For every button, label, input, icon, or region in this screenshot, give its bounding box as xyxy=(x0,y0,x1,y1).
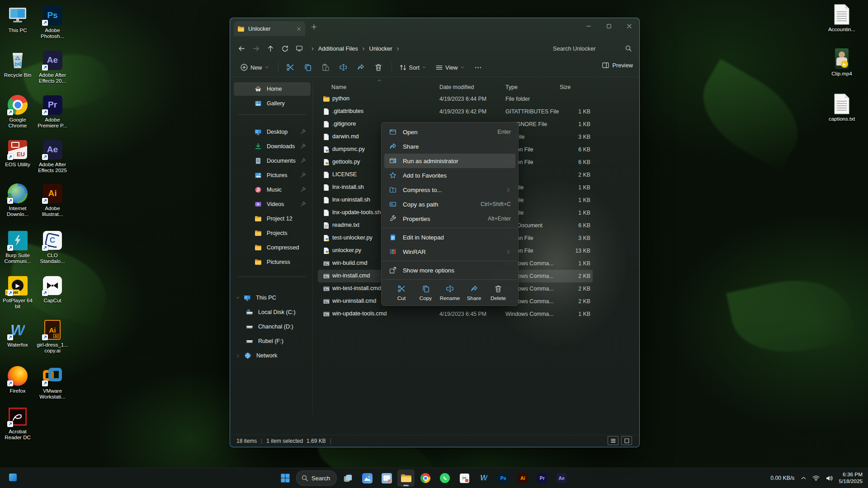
chevron-right-icon[interactable] xyxy=(245,324,250,329)
taskbar-app-file-explorer[interactable] xyxy=(397,469,415,487)
share-button[interactable] xyxy=(353,61,369,74)
thumbnail-view-toggle[interactable] xyxy=(621,436,632,445)
tab-unlocker[interactable]: Unlocker xyxy=(234,21,305,36)
quick-action-share[interactable]: Share xyxy=(464,285,484,301)
desktop-icon-adobe-after-effects-2025[interactable]: AeAdobe After Effects 2025 xyxy=(36,139,69,174)
quick-action-cut[interactable]: Cut xyxy=(392,285,411,301)
desktop-icon-adobe-illustrat[interactable]: AiAdobe Illustrat... xyxy=(36,183,69,217)
clock[interactable]: 6:36 PM 5/18/2025 xyxy=(839,471,863,485)
column-header-date-modified[interactable]: Date modified xyxy=(439,84,474,90)
volume-icon[interactable] xyxy=(826,474,833,482)
wifi-icon[interactable] xyxy=(812,474,820,482)
breadcrumb-additional-files[interactable]: Additional Files xyxy=(318,45,358,52)
taskbar-app-premiere[interactable]: Pr xyxy=(533,469,551,487)
sidebar-item-network[interactable]: Network xyxy=(234,349,311,362)
breadcrumb-unlocker[interactable]: Unlocker xyxy=(369,45,392,52)
sidebar-item-project-12[interactable]: Project 12 xyxy=(234,212,311,225)
sidebar-item-chanchal-d[interactable]: Chanchal (D:) xyxy=(234,320,311,333)
minimize-button[interactable] xyxy=(578,18,599,34)
desktop-location-icon[interactable] xyxy=(296,45,303,52)
sidebar-item-pictures[interactable]: Pictures xyxy=(234,169,311,182)
back-button[interactable] xyxy=(238,45,245,52)
file-row-win-update-tools-cmd[interactable]: win-update-tools.cmd 4/19/2023 6:45 PM W… xyxy=(312,308,639,320)
menu-item-open[interactable]: Open Enter xyxy=(384,125,515,139)
column-header-name[interactable]: Name xyxy=(331,84,346,90)
taskbar-app-waterfox[interactable]: W xyxy=(475,469,492,487)
menu-item-properties[interactable]: Properties Alt+Enter xyxy=(384,211,515,226)
new-tab-button[interactable] xyxy=(311,23,317,30)
desktop-icon-firefox[interactable]: Firefox xyxy=(1,365,34,394)
copy-button[interactable] xyxy=(300,61,316,74)
desktop-icon-accountin[interactable]: Accountin... xyxy=(825,4,859,33)
file-row-python[interactable]: python 4/19/2023 6:44 PM File folder xyxy=(312,93,639,105)
desktop-icon-waterfox[interactable]: WWaterfox xyxy=(1,319,34,348)
taskbar-app-illustrator[interactable]: Ai xyxy=(514,469,531,487)
desktop-icon-girl-dress-1-copy-ai[interactable]: AiAIgirl-dress_1... copy.ai xyxy=(36,319,69,354)
menu-item-share[interactable]: Share xyxy=(384,139,515,154)
sidebar-item-music[interactable]: Music xyxy=(234,183,311,197)
close-button[interactable] xyxy=(619,18,639,34)
desktop-icon-this-pc[interactable]: This PC xyxy=(1,5,34,33)
desktop-icon-adobe-after-effects-20[interactable]: AeAdobe After Effects 20... xyxy=(36,49,69,84)
refresh-button[interactable] xyxy=(281,45,289,52)
quick-action-copy[interactable]: Copy xyxy=(416,285,436,301)
chevron-down-icon[interactable] xyxy=(236,296,240,300)
quick-action-delete[interactable]: Delete xyxy=(488,285,508,301)
desktop-icon-eos-utility[interactable]: EUEOS Utility xyxy=(1,139,34,168)
view-button[interactable]: View xyxy=(432,61,468,74)
sidebar-item-this-pc[interactable]: This PC xyxy=(234,291,311,305)
desktop-icon-clo-standalo[interactable]: CCLO Standalo... xyxy=(36,230,69,264)
details-view-toggle[interactable] xyxy=(608,436,618,445)
menu-item-run-as-administrator[interactable]: Run as administrator xyxy=(384,154,515,168)
menu-item-edit-in-notepad[interactable]: Edit in Notepad xyxy=(384,230,515,244)
sidebar-item-local-disk-c[interactable]: Local Disk (C:) xyxy=(234,305,311,319)
desktop-icon-google-chrome[interactable]: Google Chrome xyxy=(1,94,34,129)
desktop-icon-capcut[interactable]: CapCut xyxy=(36,275,69,304)
maximize-button[interactable] xyxy=(599,18,619,34)
tab-close-icon[interactable] xyxy=(296,26,302,32)
file-row-gitattributes[interactable]: .gitattributes 4/19/2023 6:42 PM GITATTR… xyxy=(312,105,639,118)
menu-item-add-to-favorites[interactable]: Add to Favorites xyxy=(384,168,515,183)
chevron-right-icon[interactable] xyxy=(236,353,241,358)
desktop-icon-adobe-premiere-p[interactable]: PrAdobe Premiere P... xyxy=(36,94,69,129)
rename-button[interactable] xyxy=(335,61,351,74)
taskbar-app-start[interactable] xyxy=(277,469,294,487)
taskbar-app-task-view[interactable] xyxy=(339,469,356,487)
sidebar-item-videos[interactable]: Videos xyxy=(234,197,311,211)
quick-action-rename[interactable]: Rename xyxy=(440,285,460,301)
sort-button[interactable]: Sort xyxy=(396,61,430,74)
sidebar-item-picturess[interactable]: Picturess xyxy=(234,255,311,269)
column-header-size[interactable]: Size xyxy=(560,84,571,90)
menu-item-show-more-options[interactable]: Show more options xyxy=(384,263,515,277)
preview-button[interactable]: Preview xyxy=(602,61,633,69)
desktop-icon-internet-downlo[interactable]: Internet Downlo... xyxy=(1,183,34,217)
desktop-icon-captions-txt[interactable]: captions.txt xyxy=(825,93,859,122)
menu-item-copy-as-path[interactable]: Copy as path Ctrl+Shift+C xyxy=(384,197,515,211)
taskbar-app-snipping-tool[interactable]: ✂ xyxy=(456,469,473,487)
taskbar-app-chrome[interactable] xyxy=(417,469,434,487)
menu-item-winrar[interactable]: WinRAR xyxy=(384,244,515,259)
up-button[interactable] xyxy=(267,45,274,52)
sidebar-item-documents[interactable]: Documents xyxy=(234,154,311,168)
sidebar-item-gallery[interactable]: Gallery xyxy=(234,97,311,110)
taskbar-app-photos[interactable] xyxy=(359,469,376,487)
taskbar-app-media-viewer[interactable] xyxy=(378,469,395,487)
sidebar-item-desktop[interactable]: Desktop xyxy=(234,125,311,139)
desktop-icon-clip-mp4[interactable]: ▶Clip.mp4 xyxy=(825,48,859,77)
cut-button[interactable] xyxy=(282,61,298,74)
paste-button[interactable] xyxy=(317,61,334,74)
desktop-icon-recycle-bin[interactable]: Recycle Bin xyxy=(1,49,34,78)
more-button[interactable] xyxy=(470,61,486,74)
taskbar-app-whatsapp[interactable] xyxy=(436,469,453,487)
search-box[interactable]: Search Unlocker xyxy=(553,42,632,54)
delete-button[interactable] xyxy=(370,61,387,74)
column-header-type[interactable]: Type xyxy=(505,84,518,90)
new-button[interactable]: New xyxy=(236,61,273,74)
desktop-icon-burp-suite-communi[interactable]: Burp Suite Communi... xyxy=(1,230,34,264)
desktop-icon-potplayer-64-bit[interactable]: ▶PlayerPotPlayer 64 bit xyxy=(1,275,34,310)
search-icon[interactable] xyxy=(625,45,632,52)
sidebar-item-projects[interactable]: Projects xyxy=(234,226,311,240)
sidebar-item-compressed[interactable]: Compressed xyxy=(234,241,311,254)
desktop-icon-acrobat-reader-dc[interactable]: Acrobat Reader DC xyxy=(1,406,34,441)
taskbar-app-photoshop[interactable]: Ps xyxy=(495,469,512,487)
